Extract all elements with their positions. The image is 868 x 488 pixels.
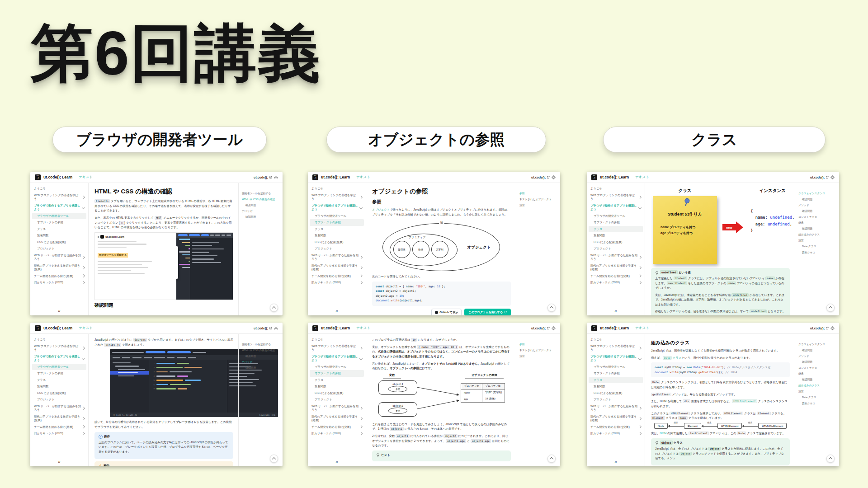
- sidebar-item-クラス[interactable]: クラス: [30, 226, 88, 233]
- file-tree-row[interactable]: [110, 361, 149, 364]
- sidebar-item-オブジェクト[interactable]: オブジェクトの参照: [310, 370, 364, 377]
- toc-item[interactable]: 参照: [519, 341, 558, 347]
- toc-item[interactable]: 確認問題: [798, 359, 837, 365]
- file-tree-row[interactable]: [110, 365, 149, 368]
- sidebar-item-CSS によ[interactable]: CSS による配置(発展): [308, 390, 366, 397]
- toc-item[interactable]: 図形クラス: [798, 400, 837, 406]
- sidebar-item-旧カリキュラ[interactable]: 旧カリキュラム (2020): [587, 279, 645, 286]
- sidebar-item-プロジェクト[interactable]: プロジェクト: [30, 396, 88, 403]
- toc-item[interactable]: 確認問題: [242, 365, 281, 371]
- toc-item[interactable]: デバッガ: [242, 208, 281, 214]
- external-site-link[interactable]: ut.code();: [531, 176, 550, 179]
- sidebar-item-ブラウザで動[interactable]: ブラウザで動作するアプリを構築しよう: [587, 202, 645, 213]
- sidebar-item-CSS によ[interactable]: CSS による配置(発展): [308, 239, 366, 246]
- file-tree-row[interactable]: [110, 375, 149, 378]
- sidebar-item-チーム開発を[interactable]: チーム開発を始める前に(発展): [308, 273, 366, 280]
- sidebar-item-ブラウザで動[interactable]: ブラウザで動作するアプリを構築しよう: [308, 202, 366, 213]
- external-site-link[interactable]: ut.code();: [254, 327, 272, 330]
- sidebar-item-プロジェクト[interactable]: プロジェクト: [30, 245, 88, 252]
- external-site-link[interactable]: ut.code();: [810, 176, 829, 179]
- sidebar-item-オブジェクト[interactable]: オブジェクトの参照: [30, 370, 88, 377]
- sidebar-item-現代のアプリ[interactable]: 現代のアプリを支える技術を学ぼう(発展): [587, 413, 645, 424]
- toc-item[interactable]: 参照: [519, 190, 558, 196]
- nav-link-text[interactable]: テキスト: [79, 175, 93, 179]
- sidebar-item-現代のアプリ[interactable]: 現代のアプリを支える技術を学ぼう(発展): [30, 413, 88, 424]
- sidebar-item-CSS によ[interactable]: CSS による配置(発展): [30, 239, 88, 246]
- sidebar-item-Web プロ[interactable]: Web プログラミングの基礎を学ぼう: [587, 192, 645, 202]
- toc-item[interactable]: HTML や CSS の構造の確認: [242, 196, 281, 202]
- sidebar-item-オブジェクト[interactable]: オブジェクトの参照: [587, 370, 645, 377]
- sidebar-item-Web プロ[interactable]: Web プログラミングの基礎を学ぼう: [587, 343, 645, 353]
- sidebar-item-現代のアプリ[interactable]: 現代のアプリを支える技術を学ぼう(発展): [308, 413, 366, 424]
- sidebar-item-Web プロ[interactable]: Web プログラミングの基礎を学ぼう: [30, 192, 88, 202]
- sidebar-item-ようこそ[interactable]: ようこそ: [587, 336, 645, 343]
- sidebar-item-Web サー[interactable]: Web サーバーが動作する仕組みを知ろう: [30, 252, 88, 263]
- sidebar-item-CSS によ[interactable]: CSS による配置(発展): [30, 390, 88, 397]
- toc-item[interactable]: Date クラス: [798, 394, 837, 400]
- nav-link-text[interactable]: テキスト: [635, 175, 649, 179]
- toc-item[interactable]: 組み込みのクラス: [798, 232, 837, 238]
- nav-link-text[interactable]: テキスト: [356, 175, 370, 179]
- sidebar-item-ようこそ[interactable]: ようこそ: [308, 336, 366, 343]
- sidebar-item-無名関数[interactable]: 無名関数: [587, 232, 645, 239]
- external-site-link[interactable]: ut.code();: [810, 327, 829, 330]
- sidebar-item-ブラウザの開[interactable]: ブラウザの開発者ツール: [587, 364, 645, 371]
- toc-item[interactable]: 確認問題: [798, 226, 837, 232]
- sidebar-collapse-button[interactable]: «: [587, 458, 645, 466]
- scroll-to-top-button[interactable]: [270, 455, 278, 463]
- sidebar-item-ブラウザの開[interactable]: ブラウザの開発者ツール: [587, 213, 645, 220]
- inline-link[interactable]: DOM: [660, 432, 666, 435]
- sidebar-item-クラス[interactable]: クラス: [308, 226, 366, 233]
- toc-item[interactable]: 演習: [519, 202, 558, 208]
- sidebar-item-ブラウザで動[interactable]: ブラウザで動作するアプリを構築しよう: [30, 202, 88, 213]
- sidebar-item-ブラウザの開[interactable]: ブラウザの開発者ツール: [308, 364, 366, 371]
- sidebar-item-無名関数[interactable]: 無名関数: [308, 232, 366, 239]
- sidebar-item-Web プロ[interactable]: Web プログラミングの基礎を学ぼう: [308, 343, 366, 353]
- sidebar-item-プロジェクト[interactable]: プロジェクト: [587, 245, 645, 252]
- nav-link-text[interactable]: テキスト: [79, 326, 93, 330]
- toc-item[interactable]: 確認問題: [798, 377, 837, 383]
- sidebar-item-旧カリキュラ[interactable]: 旧カリキュラム (2020): [587, 430, 645, 437]
- sidebar-collapse-button[interactable]: «: [308, 307, 366, 315]
- sidebar-item-Web サー[interactable]: Web サーバーが動作する仕組みを知ろう: [30, 403, 88, 413]
- scroll-to-top-button[interactable]: [826, 455, 835, 463]
- sidebar-item-Web サー[interactable]: Web サーバーが動作する仕組みを知ろう: [587, 403, 645, 413]
- sidebar-item-オブジェクト[interactable]: オブジェクトの参照: [310, 219, 364, 226]
- sidebar-item-ブラウザの開[interactable]: ブラウザの開発者ツール: [32, 213, 86, 220]
- toc-item[interactable]: 開発者ツールを起動する: [242, 341, 281, 347]
- sidebar-item-オブジェクト[interactable]: オブジェクトの参照: [30, 219, 88, 226]
- toc-item[interactable]: 図形クラス: [798, 249, 837, 255]
- sidebar-item-チーム開発を[interactable]: チーム開発を始める前に(発展): [308, 424, 366, 431]
- theme-sun-icon[interactable]: [552, 175, 556, 179]
- sidebar-item-現代のアプリ[interactable]: 現代のアプリを支える技術を学ぼう(発展): [587, 263, 645, 273]
- file-tree-row[interactable]: [110, 371, 149, 374]
- sidebar-item-プロジェクト[interactable]: プロジェクト: [308, 396, 366, 403]
- external-site-link[interactable]: ut.code();: [531, 327, 550, 330]
- toc-item[interactable]: 開発者ツールを起動する: [242, 190, 281, 196]
- toc-item[interactable]: ネストされたオブジェクト: [519, 347, 558, 353]
- sidebar-item-ようこそ[interactable]: ようこそ: [30, 185, 88, 192]
- toc-item[interactable]: 継承: [798, 220, 837, 226]
- sidebar-item-クラス[interactable]: クラス: [589, 377, 643, 384]
- sidebar-item-クラス[interactable]: クラス: [308, 377, 366, 384]
- sidebar-item-オブジェクト[interactable]: オブジェクトの参照: [587, 219, 645, 226]
- toc-item[interactable]: クラスとインスタンス: [798, 190, 837, 196]
- scroll-to-top-button[interactable]: [547, 304, 556, 312]
- sidebar-item-クラス[interactable]: クラス: [30, 377, 88, 384]
- sidebar-item-ブラウザで動[interactable]: ブラウザで動作するアプリを構築しよう: [308, 353, 366, 364]
- toc-item[interactable]: 確認問題: [242, 202, 281, 208]
- external-site-link[interactable]: ut.code();: [254, 176, 272, 179]
- toc-item[interactable]: 確認問題: [798, 347, 837, 353]
- toc-item[interactable]: コンストラクタ: [798, 365, 837, 371]
- sidebar-collapse-button[interactable]: «: [587, 307, 645, 315]
- sidebar-item-プロジェクト[interactable]: プロジェクト: [308, 245, 366, 252]
- inline-link[interactable]: Date クラス: [663, 356, 682, 359]
- toc-item[interactable]: 演習: [519, 353, 558, 359]
- sidebar-item-Web プロ[interactable]: Web プログラミングの基礎を学ぼう: [30, 343, 88, 353]
- toc-item[interactable]: メソッド: [798, 202, 837, 208]
- toc-item[interactable]: メソッド: [798, 353, 837, 359]
- sidebar-item-ブラウザの開[interactable]: ブラウザの開発者ツール: [32, 364, 86, 371]
- theme-sun-icon[interactable]: [552, 326, 556, 330]
- sidebar-item-現代のアプリ[interactable]: 現代のアプリを支える技術を学ぼう(発展): [30, 263, 88, 273]
- sidebar-item-チーム開発を[interactable]: チーム開発を始める前に(発展): [587, 273, 645, 280]
